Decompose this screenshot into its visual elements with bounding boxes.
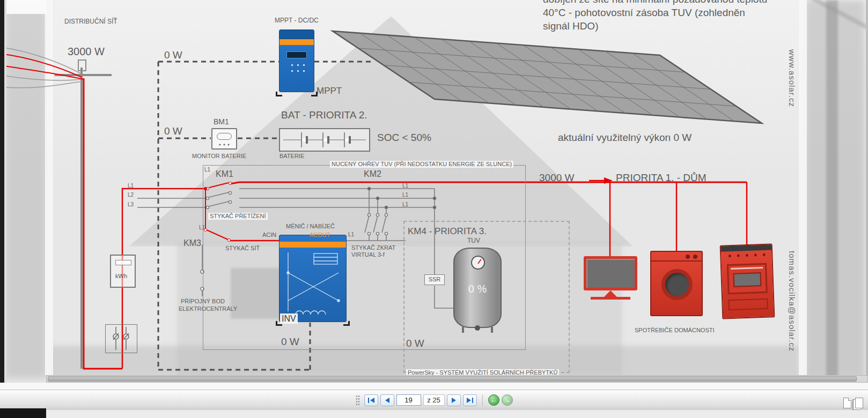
previous-page-button[interactable] <box>380 394 394 406</box>
page-number-input[interactable] <box>396 394 421 406</box>
tv-appliance <box>584 256 637 300</box>
stove-cooktop <box>721 244 771 251</box>
label-feed-power: 3000 W <box>539 172 574 184</box>
battery-cells <box>280 129 369 151</box>
photo-tree-left <box>4 0 47 378</box>
label-l1-km2-b: L1 <box>402 192 408 198</box>
label-acout: ACOUT <box>310 232 330 238</box>
toolbar-separator <box>482 394 483 406</box>
label-l3-left: L3 <box>128 201 134 208</box>
window-border-left <box>0 0 4 418</box>
stove-knobs <box>725 253 769 258</box>
label-mppt: MPPT <box>317 86 342 96</box>
mppt-orange-band <box>279 39 314 45</box>
viewer-toolbar: z 25 ← → <box>0 390 868 410</box>
label-soc: SOC < 50% <box>377 132 431 144</box>
label-dc-power-battery: 0 W <box>164 125 182 138</box>
label-km1: KM1 <box>216 169 233 179</box>
label-l1-left: L1 <box>128 183 134 189</box>
page-layout-icons <box>843 398 863 408</box>
washer-knob <box>686 255 690 259</box>
label-battery-priority: BAT - PRIORITA 2. <box>281 109 367 122</box>
label-l1-km2-a: L1 <box>402 183 408 189</box>
first-page-icon <box>368 398 369 403</box>
label-dc-power-top: 0 W <box>164 49 182 62</box>
next-page-icon <box>452 398 456 403</box>
label-km2: KM2 <box>364 169 381 179</box>
label-grid-power: 3000 W <box>68 45 105 58</box>
kwh-meter: kWh <box>110 255 136 288</box>
mppt-top-cap <box>279 30 314 39</box>
watermark-email: tomas.vocilka@asolar.cz <box>788 251 797 352</box>
bm1-display <box>217 133 232 140</box>
breaker-symbols <box>106 325 136 352</box>
back-arrow-icon: ← <box>490 397 497 404</box>
horizontal-scrollbar[interactable] <box>46 375 868 383</box>
label-genset-line2: ELEKTROCENTRÁLY <box>179 305 237 312</box>
label-km4-priority3: KM4 - PRIORITA 3. <box>408 226 487 237</box>
last-page-icon <box>472 398 473 403</box>
toolbar-grip[interactable] <box>356 395 360 406</box>
tank-leg-right <box>491 327 493 333</box>
status-gap-strip <box>0 383 868 390</box>
mppt-buttons <box>289 62 306 74</box>
page-gutter-right <box>799 0 807 375</box>
label-km3: KM3 <box>183 238 201 248</box>
next-page-button[interactable] <box>447 394 461 406</box>
top-left-panel <box>6 0 46 14</box>
label-l1-km1: L1 <box>204 167 210 173</box>
first-page-button[interactable] <box>364 394 378 406</box>
washer-knob <box>693 255 697 259</box>
window-border-right <box>866 0 868 378</box>
last-page-button[interactable] <box>463 394 477 406</box>
single-page-icon[interactable] <box>843 398 851 408</box>
mppt-charger-device <box>279 29 314 92</box>
label-tuv: TUV <box>467 237 480 244</box>
label-available-power: aktuální využitelný výkon 0 W <box>558 132 692 144</box>
battery-bank <box>279 128 370 152</box>
viewer-window: kWh 0 % SSR <box>0 0 868 418</box>
utility-pole <box>0 47 112 369</box>
label-grid-contactor: STYKAČ SÍŤ <box>225 245 260 252</box>
label-l1-km2-c: L1 <box>402 201 408 208</box>
page-gutter-left <box>45 0 53 375</box>
tank-valve <box>475 325 480 331</box>
label-forced-heating: NUCENÝ OHŘEV TUV (PŘI NEDOSTATKU ENERGIE… <box>330 161 513 168</box>
solar-panel <box>333 31 762 123</box>
stove-oven-door <box>727 263 768 295</box>
note-top-right: dobíjen ze sítě na minimální požadovanou… <box>543 0 774 33</box>
history-back-button[interactable]: ← <box>488 394 499 406</box>
kwh-dial <box>115 260 131 265</box>
stove-appliance <box>720 243 775 319</box>
label-mppt-title: MPPT - DC/DC <box>275 17 319 24</box>
breaker-box <box>105 324 137 353</box>
tv-screen <box>584 256 637 290</box>
oven-window <box>733 272 761 287</box>
washing-machine-appliance <box>650 251 703 316</box>
mppt-foot-left <box>276 92 282 96</box>
mppt-display <box>286 51 307 58</box>
inverter-line-art <box>279 235 347 323</box>
label-inverter-power: 0 W <box>281 336 299 348</box>
washer-panel-line <box>651 260 702 262</box>
label-bm1: BM1 <box>214 117 229 126</box>
kwh-label: kWh <box>115 273 127 279</box>
tv-base <box>591 297 630 300</box>
label-virtual-3f: VIRTUAL 3-f <box>351 251 385 258</box>
label-battery-monitor: MONITOR BATERIE <box>192 153 246 160</box>
label-priority1: PRIORITA 1. - DŮM <box>616 172 707 184</box>
label-short-contactor: STYKAČ ZKRAT <box>351 244 395 251</box>
label-l2-left: L2 <box>128 192 134 198</box>
tv-stand <box>604 290 617 297</box>
label-km4-power: 0 W <box>406 338 424 350</box>
previous-page-icon <box>385 398 389 403</box>
bottom-left-corner <box>0 408 46 418</box>
oven-handle <box>731 267 763 270</box>
watermark-website: www.asolar.cz <box>788 49 797 107</box>
history-forward-button[interactable]: → <box>502 394 513 406</box>
inverter-charger-device <box>279 235 347 322</box>
two-page-icon[interactable] <box>855 398 863 408</box>
bm1-buttons <box>218 143 232 147</box>
scrollbar-thumb[interactable] <box>48 376 857 382</box>
label-acin: ACIN <box>262 232 276 238</box>
